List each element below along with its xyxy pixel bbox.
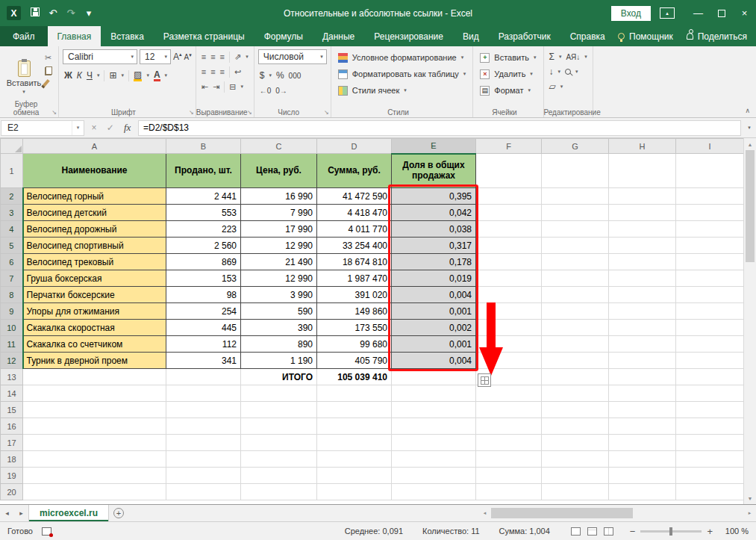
insert-cells-button[interactable]: + Вставить ▾ xyxy=(477,49,539,66)
cell-F12[interactable] xyxy=(476,353,542,369)
undo-icon[interactable]: ↶ xyxy=(44,7,62,19)
decrease-font-size-icon[interactable]: А▾ xyxy=(184,52,192,61)
cell-E8[interactable]: 0,004 xyxy=(392,287,476,303)
chevron-down-icon[interactable]: ▾ xyxy=(584,54,587,60)
select-all-button[interactable] xyxy=(1,139,23,154)
cell-F5[interactable] xyxy=(476,238,542,254)
ribbon-tab-6[interactable]: Рецензирование xyxy=(364,26,453,46)
cancel-icon[interactable]: × xyxy=(92,122,97,133)
column-header-I[interactable]: I xyxy=(676,139,744,154)
cell-G7[interactable] xyxy=(542,270,609,287)
cell-D15[interactable] xyxy=(317,402,392,418)
row-header-19[interactable]: 19 xyxy=(1,468,23,484)
cell-H7[interactable] xyxy=(609,270,676,287)
vertical-scroll-track[interactable] xyxy=(744,150,756,492)
cell-A11[interactable]: Скакалка со счетчиком xyxy=(23,336,166,353)
row-header-18[interactable]: 18 xyxy=(1,451,23,468)
row-header-6[interactable]: 6 xyxy=(1,254,23,270)
cell-B9[interactable]: 254 xyxy=(166,303,241,320)
cell-C7[interactable]: 12 990 xyxy=(241,270,317,287)
align-left-icon[interactable]: ≡ xyxy=(202,67,206,76)
chevron-down-icon[interactable]: ▾ xyxy=(122,72,125,78)
cell-B18[interactable] xyxy=(166,451,241,468)
cell-G20[interactable] xyxy=(542,484,609,500)
cell-H10[interactable] xyxy=(609,320,676,336)
cell-F15[interactable] xyxy=(476,402,542,418)
fill-icon[interactable]: ↓ xyxy=(549,66,554,77)
cell-C4[interactable]: 17 990 xyxy=(241,221,317,238)
horizontal-scroll-track[interactable] xyxy=(491,505,743,521)
cell-H4[interactable] xyxy=(609,221,676,238)
row-header-8[interactable]: 8 xyxy=(1,287,23,303)
cell-G16[interactable] xyxy=(542,418,609,435)
fill-color-icon[interactable]: ▨ xyxy=(134,70,142,81)
cell-H5[interactable] xyxy=(609,238,676,254)
cell-H9[interactable] xyxy=(609,303,676,320)
cell-E20[interactable] xyxy=(392,484,476,500)
column-header-C[interactable]: C xyxy=(241,139,317,154)
cell-C20[interactable] xyxy=(241,484,317,500)
ribbon-tab-9[interactable]: Справка xyxy=(560,26,615,46)
cell-B12[interactable]: 341 xyxy=(166,353,241,369)
conditional-formatting-button[interactable]: Условное форматирование ▾ xyxy=(335,49,469,66)
formula-bar-expand-icon[interactable]: ▾ xyxy=(743,125,755,131)
cell-I7[interactable] xyxy=(676,270,744,287)
chevron-down-icon[interactable]: ▾ xyxy=(269,72,272,78)
paste-button[interactable]: Вставить ▾ xyxy=(5,49,43,106)
cell-G3[interactable] xyxy=(542,205,609,221)
cell-I11[interactable] xyxy=(676,336,744,353)
row-header-5[interactable]: 5 xyxy=(1,238,23,254)
macro-record-icon[interactable] xyxy=(42,527,51,536)
scroll-down-icon[interactable]: ▼ xyxy=(744,492,756,504)
cell-C5[interactable]: 12 990 xyxy=(241,238,317,254)
cell-D7[interactable]: 1 987 470 xyxy=(317,270,392,287)
cell-I4[interactable] xyxy=(676,221,744,238)
insert-function-icon[interactable]: fx xyxy=(124,122,131,134)
cell-D8[interactable]: 391 020 xyxy=(317,287,392,303)
scroll-left-icon[interactable]: ◂ xyxy=(478,510,491,516)
cell-H1[interactable] xyxy=(609,154,676,188)
autofill-options-button[interactable] xyxy=(478,373,491,387)
row-header-1[interactable]: 1 xyxy=(1,154,23,188)
number-format-select[interactable]: Числовой ▾ xyxy=(258,49,327,64)
cell-G5[interactable] xyxy=(542,238,609,254)
cell-I15[interactable] xyxy=(676,402,744,418)
dialog-launcher-icon[interactable]: ↘ xyxy=(189,109,194,116)
column-header-B[interactable]: B xyxy=(166,139,241,154)
cell-B20[interactable] xyxy=(166,484,241,500)
cell-D4[interactable]: 4 011 770 xyxy=(317,221,392,238)
align-right-icon[interactable]: ≡ xyxy=(220,67,225,76)
column-header-F[interactable]: F xyxy=(476,139,542,154)
cell-C17[interactable] xyxy=(241,435,317,451)
cell-I17[interactable] xyxy=(676,435,744,451)
cell-D18[interactable] xyxy=(317,451,392,468)
row-header-15[interactable]: 15 xyxy=(1,402,23,418)
chevron-down-icon[interactable]: ▾ xyxy=(559,54,562,60)
chevron-down-icon[interactable]: ▾ xyxy=(575,69,578,75)
cell-I3[interactable] xyxy=(676,205,744,221)
cell-A14[interactable] xyxy=(23,385,166,402)
cell-H11[interactable] xyxy=(609,336,676,353)
cell-F9[interactable] xyxy=(476,303,542,320)
chevron-down-icon[interactable]: ▾ xyxy=(146,72,149,78)
cell-H8[interactable] xyxy=(609,287,676,303)
chevron-down-icon[interactable]: ▾ xyxy=(246,54,249,60)
cut-icon[interactable]: ✂ xyxy=(45,53,52,63)
cell-C15[interactable] xyxy=(241,402,317,418)
formula-input[interactable]: =D2/$D$13 xyxy=(138,120,741,136)
cell-C8[interactable]: 3 990 xyxy=(241,287,317,303)
cell-B3[interactable]: 553 xyxy=(166,205,241,221)
cell-G13[interactable] xyxy=(542,369,609,385)
cell-A3[interactable]: Велосипед детский xyxy=(23,205,166,221)
cell-G2[interactable] xyxy=(542,188,609,205)
format-painter-icon[interactable] xyxy=(43,79,49,87)
cell-D14[interactable] xyxy=(317,385,392,402)
cell-H17[interactable] xyxy=(609,435,676,451)
cell-G8[interactable] xyxy=(542,287,609,303)
page-layout-view-icon[interactable] xyxy=(587,527,597,536)
cell-A1[interactable]: Наименование xyxy=(23,154,166,188)
cell-E3[interactable]: 0,042 xyxy=(392,205,476,221)
chevron-down-icon[interactable]: ▾ xyxy=(558,69,561,75)
cell-C18[interactable] xyxy=(241,451,317,468)
cell-B6[interactable]: 869 xyxy=(166,254,241,270)
